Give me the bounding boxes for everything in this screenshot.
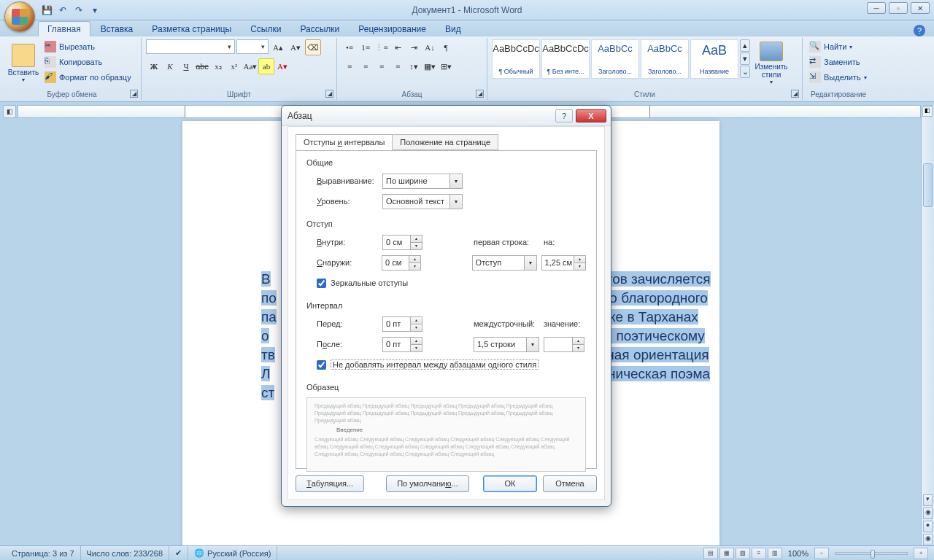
dialog-help-button[interactable]: ? (555, 109, 573, 122)
default-button[interactable]: По умолчанию... (386, 475, 469, 492)
paste-button[interactable]: Вставить ▾ (7, 39, 39, 88)
styles-dialog-launcher[interactable]: ◢ (791, 90, 799, 98)
view-web[interactable]: ▨ (736, 548, 750, 559)
grow-font-icon[interactable]: A▴ (270, 39, 286, 55)
zoom-level[interactable]: 100% (784, 549, 813, 558)
cancel-button[interactable]: Отмена (543, 475, 597, 492)
decrease-indent-button[interactable]: ⇤ (390, 39, 406, 55)
status-page[interactable]: Страница: 3 из 7 (6, 546, 81, 560)
font-dialog-launcher[interactable]: ◢ (325, 90, 333, 98)
style-nospacing[interactable]: AaBbCcDc¶ Без инте... (541, 39, 590, 79)
underline-button[interactable]: Ч (178, 58, 194, 74)
italic-button[interactable]: К (162, 58, 178, 74)
sort-button[interactable]: A↓ (422, 39, 438, 55)
status-proofing[interactable]: ✔ (169, 546, 188, 560)
justify-button[interactable]: ≡ (390, 58, 406, 74)
select-button[interactable]: ⇲Выделить▾ (807, 70, 870, 85)
style-heading1[interactable]: AaBbCcЗаголово... (591, 39, 639, 79)
font-size-combo[interactable] (236, 39, 269, 54)
dialog-close-button[interactable]: X (576, 109, 606, 122)
find-button[interactable]: 🔍Найти▾ (807, 39, 870, 54)
font-family-combo[interactable] (146, 39, 235, 54)
zoom-out-button[interactable]: − (814, 548, 829, 559)
ruler-toggle[interactable]: ◧ (922, 106, 933, 117)
style-title[interactable]: АаВНазвание (690, 39, 738, 79)
numbering-button[interactable]: 1≡ (358, 39, 374, 55)
style-heading2[interactable]: AaBbCcЗаголово... (641, 39, 689, 79)
restore-button[interactable]: ▫ (889, 2, 908, 14)
strike-button[interactable]: abc (194, 58, 210, 74)
shading-button[interactable]: ▦▾ (422, 58, 438, 74)
first-line-by-spinner[interactable]: 1,25 см▴▾ (541, 255, 586, 271)
tab-layout[interactable]: Разметка страницы (143, 22, 240, 36)
copy-button[interactable]: ⎘Копировать (42, 55, 134, 69)
increase-indent-button[interactable]: ⇥ (406, 39, 422, 55)
help-button[interactable]: ? (914, 25, 925, 36)
shrink-font-icon[interactable]: A▾ (287, 39, 304, 55)
first-line-combo[interactable]: Отступ▾ (472, 255, 537, 271)
cut-button[interactable]: ✂Вырезать (42, 39, 134, 54)
change-styles-button[interactable]: Изменить стили ▾ (752, 39, 791, 88)
qat-save[interactable]: 💾 (39, 3, 54, 18)
dialog-tab-position[interactable]: Положение на странице (392, 134, 498, 150)
tab-references[interactable]: Ссылки (242, 22, 290, 36)
view-draft[interactable]: ▥ (768, 548, 782, 559)
zoom-slider[interactable] (835, 552, 908, 555)
qat-redo[interactable]: ↷ (72, 3, 86, 18)
space-after-spinner[interactable]: 0 пт▴▾ (382, 337, 422, 352)
line-spacing-combo[interactable]: 1,5 строки▾ (474, 337, 539, 352)
change-case-button[interactable]: Aa▾ (242, 58, 258, 74)
space-before-spinner[interactable]: 0 пт▴▾ (382, 316, 422, 332)
style-normal[interactable]: AaBbCcDc¶ Обычный (492, 39, 540, 79)
zoom-in-button[interactable]: + (914, 548, 928, 559)
bold-button[interactable]: Ж (146, 58, 162, 74)
borders-button[interactable]: ⊞▾ (438, 58, 454, 74)
alignment-combo[interactable]: По ширине▾ (382, 174, 463, 189)
view-print-layout[interactable]: ▤ (703, 548, 718, 559)
dialog-tab-indents[interactable]: Отступы и интервалы (296, 134, 393, 150)
styles-row-up[interactable]: ▴ (740, 39, 750, 52)
tabs-button[interactable]: Табуляция... (296, 475, 364, 492)
indent-outside-spinner[interactable]: 0 см▴▾ (382, 255, 421, 271)
align-left-button[interactable]: ≡ (341, 58, 358, 74)
scroll-down-icon[interactable]: ▾ (923, 494, 933, 506)
qat-undo[interactable]: ↶ (55, 3, 70, 18)
tab-insert[interactable]: Вставка (92, 22, 142, 36)
scroll-thumb[interactable] (923, 163, 933, 207)
clear-format-icon[interactable]: ⌫ (305, 39, 321, 55)
format-painter-button[interactable]: 🖌Формат по образцу (42, 70, 134, 85)
replace-button[interactable]: ⇄Заменить (807, 55, 870, 69)
outline-level-combo[interactable]: Основной текст▾ (382, 194, 463, 209)
view-full-screen[interactable]: ▦ (719, 548, 734, 559)
tab-review[interactable]: Рецензирование (350, 22, 435, 36)
browse-object-icon[interactable]: ● (923, 521, 933, 532)
no-space-same-style-checkbox[interactable]: Не добавлять интервал между абзацами одн… (317, 359, 539, 370)
vertical-scrollbar[interactable]: ▴ ▾ ◉ ● ◉ (921, 105, 934, 545)
close-button[interactable]: ✕ (911, 2, 930, 14)
align-right-button[interactable]: ≡ (374, 58, 390, 74)
status-words[interactable]: Число слов: 233/268 (81, 546, 170, 560)
superscript-button[interactable]: x² (226, 58, 242, 74)
clipboard-dialog-launcher[interactable]: ◢ (130, 90, 138, 98)
line-spacing-button[interactable]: ↕▾ (406, 58, 422, 74)
prev-page-icon[interactable]: ◉ (923, 508, 933, 519)
styles-row-down[interactable]: ▾ (740, 52, 750, 65)
font-color-button[interactable]: A▾ (274, 58, 290, 74)
show-marks-button[interactable]: ¶ (438, 39, 454, 55)
tab-mailings[interactable]: Рассылки (291, 22, 348, 36)
bullets-button[interactable]: •≡ (341, 39, 358, 55)
ok-button[interactable]: ОК (483, 475, 537, 492)
mirror-indents-checkbox[interactable]: Зеркальные отступы (317, 279, 408, 288)
ruler-corner[interactable]: ◧ (3, 105, 16, 118)
qat-more[interactable]: ▾ (88, 3, 102, 18)
next-page-icon[interactable]: ◉ (923, 534, 933, 545)
multilevel-button[interactable]: ⋮≡ (374, 39, 390, 55)
status-language[interactable]: 🌐Русский (Россия) (188, 546, 277, 560)
tab-view[interactable]: Вид (436, 22, 470, 36)
styles-expand[interactable]: ⌄ (740, 66, 750, 78)
line-spacing-at-spinner[interactable]: ▴▾ (544, 337, 584, 352)
indent-inside-spinner[interactable]: 0 см▴▾ (382, 235, 422, 250)
paragraph-dialog-launcher[interactable]: ◢ (476, 90, 484, 98)
office-button[interactable] (4, 1, 35, 32)
view-outline[interactable]: ≡ (752, 548, 766, 559)
